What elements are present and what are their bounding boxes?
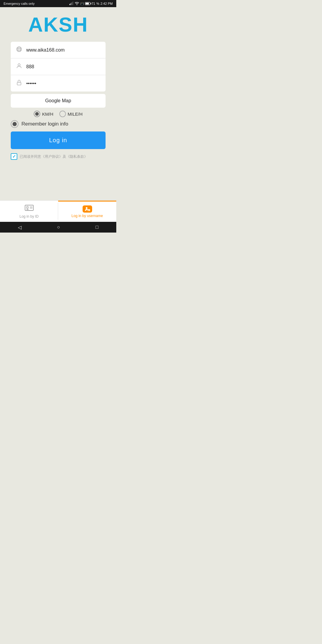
status-right: 📳 71% 2:42 PM — [69, 1, 113, 6]
id-card-icon: ID — [25, 204, 34, 213]
battery-icon — [85, 2, 90, 5]
kmh-option[interactable]: KM/H — [34, 111, 53, 117]
home-button[interactable]: ○ — [57, 225, 60, 230]
password-input[interactable] — [26, 81, 101, 86]
remember-login-row[interactable]: Remember login info — [11, 120, 106, 128]
recent-button[interactable]: □ — [96, 225, 99, 230]
username-icon-badge — [83, 205, 92, 213]
mileh-label: MILE/H — [68, 112, 83, 117]
svg-point-17 — [86, 207, 87, 209]
kmh-label: KM/H — [42, 112, 53, 117]
user-id-input[interactable] — [26, 64, 101, 69]
agreement-checkbox[interactable]: ✓ — [11, 153, 17, 160]
kmh-radio[interactable] — [34, 111, 40, 117]
remember-radio[interactable] — [11, 120, 18, 128]
remember-label: Remember login info — [21, 121, 68, 127]
tab-login-by-id-label: Log in by ID — [19, 214, 38, 219]
tab-login-by-username-label: Log in by username — [72, 214, 103, 218]
checkmark-icon: ✓ — [12, 154, 16, 159]
svg-point-9 — [18, 64, 20, 66]
agreement-text: 已阅读并同意《用户协议》及《隐私条款》 — [20, 154, 88, 159]
battery-percent: 71 — [92, 2, 95, 5]
time-display: 2:42 PM — [100, 2, 113, 5]
tab-bar: ID Log in by ID Log in by username — [0, 200, 116, 222]
wifi-icon — [75, 2, 79, 6]
map-type-label: Google Map — [45, 98, 71, 103]
main-content: AKSH — [0, 7, 116, 200]
svg-rect-2 — [72, 2, 72, 5]
svg-point-5 — [17, 47, 22, 52]
signal-icon — [69, 1, 74, 6]
map-type-selector[interactable]: Google Map — [11, 94, 106, 108]
tab-login-by-id[interactable]: ID Log in by ID — [0, 201, 58, 222]
svg-point-4 — [77, 4, 77, 5]
status-text: Emergency calls only — [4, 2, 35, 5]
speed-unit-row: KM/H MILE/H — [34, 111, 83, 117]
agreement-row[interactable]: ✓ 已阅读并同意《用户协议》及《隐私条款》 — [11, 153, 106, 160]
globe-icon — [16, 46, 23, 54]
svg-rect-1 — [71, 3, 72, 5]
mileh-option[interactable]: MILE/H — [59, 111, 83, 117]
login-button[interactable]: Log in — [11, 131, 106, 149]
server-url-row — [11, 42, 106, 58]
tab-login-by-username[interactable]: Log in by username — [58, 201, 116, 222]
status-bar: Emergency calls only 📳 71% 2:42 — [0, 0, 116, 7]
user-id-row — [11, 58, 106, 75]
server-url-input[interactable] — [26, 47, 101, 53]
mileh-radio[interactable] — [59, 111, 66, 117]
svg-point-12 — [27, 206, 28, 208]
svg-rect-3 — [73, 1, 74, 5]
user-icon — [16, 63, 23, 71]
svg-text:ID: ID — [27, 209, 28, 211]
svg-point-6 — [18, 47, 20, 52]
app-logo: AKSH — [28, 14, 88, 35]
login-form — [11, 42, 106, 92]
svg-rect-0 — [69, 4, 70, 5]
password-row — [11, 75, 106, 92]
svg-rect-11 — [25, 205, 33, 210]
nav-bar: ◁ ○ □ — [0, 222, 116, 233]
vibrate-icon: 📳 — [80, 2, 84, 5]
svg-rect-10 — [17, 82, 21, 85]
back-button[interactable]: ◁ — [18, 225, 21, 230]
lock-icon — [16, 79, 23, 87]
